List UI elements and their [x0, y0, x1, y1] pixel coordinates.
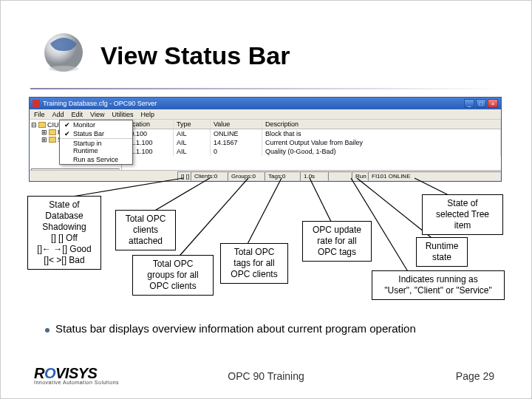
status-groups: Groups:0	[228, 171, 265, 181]
status-item: FI101 ONLINE	[368, 171, 501, 181]
list-row[interactable]: 1.0.100 AIL ONLINE Block that is	[122, 129, 501, 138]
status-clients: Clients:0	[191, 171, 228, 181]
menu-item-statusbar[interactable]: ✔Status Bar	[60, 129, 132, 138]
footer-page: Page 29	[456, 370, 494, 382]
menu-view[interactable]: View	[90, 111, 104, 118]
col-value[interactable]: Value	[211, 120, 262, 129]
app-window: Training Database.cfg - OPC90 Server _ □…	[29, 97, 502, 182]
menu-utilities[interactable]: Utilities	[112, 111, 133, 118]
menu-help[interactable]: Help	[140, 111, 154, 118]
close-button[interactable]: ×	[488, 99, 498, 108]
maximize-button[interactable]: □	[476, 99, 486, 108]
titlebar: Training Database.cfg - OPC90 Server _ □…	[30, 98, 501, 109]
status-run: Run	[352, 171, 368, 181]
callout-rate: OPC update rate for all OPC tags	[302, 221, 372, 262]
status-gap	[328, 171, 352, 181]
menubar: File Add Edit View Utilities Help	[30, 109, 501, 120]
menu-edit[interactable]: Edit	[72, 111, 83, 118]
svg-line-5	[246, 178, 282, 247]
app-icon	[33, 100, 40, 107]
menu-item-runas[interactable]: Run as Service	[60, 155, 132, 164]
callout-tags: Total OPC tags for all OPC clients	[220, 243, 288, 284]
menu-file[interactable]: File	[34, 111, 45, 118]
list-row[interactable]: 1.1.1.100 AIL 0 Quality (0-Good, 1-Bad)	[122, 147, 501, 156]
menu-add[interactable]: Add	[52, 111, 64, 118]
bullet-text: Status bar displays overview information…	[45, 322, 416, 335]
callout-clients: Total OPC clients attached	[115, 210, 176, 250]
status-tags: Tags:0	[265, 171, 300, 181]
callout-treeitem: State of selected Tree item	[422, 194, 503, 235]
callout-runmode: Indicates running as "User", "Client" or…	[372, 270, 505, 300]
menu-item-startup[interactable]: Startup in Runtime	[60, 138, 132, 155]
col-description[interactable]: Description	[262, 120, 501, 129]
status-shadowing: [] []	[177, 171, 191, 181]
callout-groups: Total OPC groups for all OPC clients	[132, 255, 214, 296]
slide-title: View Status Bar	[100, 41, 290, 70]
svg-point-1	[49, 66, 78, 72]
bullet-icon	[45, 328, 50, 332]
status-bar: [] [] Clients:0 Groups:0 Tags:0 1.0s Run…	[30, 170, 501, 181]
footer-center: OPC 90 Training	[1, 370, 531, 382]
window-title: Training Database.cfg - OPC90 Server	[43, 100, 157, 107]
callout-shadowing: State of Database Shadowing [] [] Off []…	[27, 196, 101, 270]
col-type[interactable]: Type	[174, 120, 211, 129]
view-menu-dropdown: ✔Monitor ✔Status Bar Startup in Runtime …	[59, 120, 133, 165]
menu-item-monitor[interactable]: ✔Monitor	[60, 120, 132, 129]
title-underline	[30, 88, 502, 89]
callout-runtime: Runtime state	[416, 237, 468, 267]
list-row[interactable]: 1.1.1.100 AIL 14.1567 Current Output Val…	[122, 138, 501, 147]
svg-line-6	[310, 178, 333, 226]
minimize-button[interactable]: _	[464, 99, 474, 108]
logo-orb	[41, 30, 86, 75]
status-rate: 1.0s	[300, 171, 328, 181]
